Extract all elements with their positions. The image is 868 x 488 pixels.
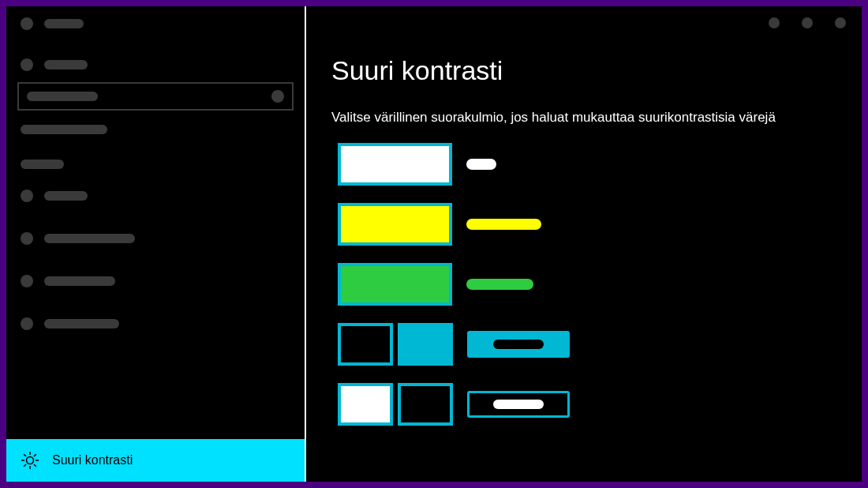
label-placeholder <box>466 159 496 170</box>
sidebar-item[interactable] <box>6 305 305 343</box>
swatch-pair-button <box>338 383 453 426</box>
placeholder <box>44 276 115 286</box>
minimize-button[interactable] <box>769 17 780 28</box>
placeholder <box>493 340 544 349</box>
color-row-hyperlink <box>338 203 836 246</box>
sidebar-item[interactable] <box>6 220 305 257</box>
button-preview <box>467 391 570 418</box>
color-options <box>331 143 836 426</box>
maximize-button[interactable] <box>802 17 813 28</box>
nav-icon <box>21 317 33 330</box>
svg-point-0 <box>27 457 34 464</box>
svg-line-8 <box>34 454 36 456</box>
placeholder <box>44 60 88 69</box>
sidebar-header <box>6 13 305 35</box>
sidebar-group-label <box>6 156 305 177</box>
placeholder <box>21 160 64 169</box>
menu-icon[interactable] <box>21 17 33 30</box>
sidebar-section-header <box>6 122 305 142</box>
svg-line-5 <box>24 454 26 456</box>
brightness-icon <box>21 451 39 470</box>
sidebar-item[interactable] <box>6 262 305 300</box>
label-placeholder <box>466 219 541 230</box>
color-row-button <box>338 383 836 426</box>
page-title: Suuri kontrasti <box>331 55 836 86</box>
swatch-pair-selected <box>338 323 453 366</box>
search-icon <box>271 90 284 103</box>
swatch-selected-fg[interactable] <box>338 323 393 366</box>
placeholder <box>44 19 84 28</box>
nav-icon <box>21 275 33 287</box>
placeholder <box>493 400 544 409</box>
swatch-button-bg[interactable] <box>398 383 453 426</box>
main-content: Suuri kontrasti Valitse värillinen suora… <box>306 6 862 482</box>
sidebar-item[interactable] <box>6 177 305 215</box>
nav-icon <box>21 190 33 202</box>
placeholder <box>21 125 107 134</box>
window-controls <box>769 17 846 28</box>
color-row-disabled <box>338 263 836 306</box>
svg-line-7 <box>24 464 26 467</box>
swatch-selected-bg[interactable] <box>398 323 453 366</box>
avatar <box>21 58 33 71</box>
sidebar-item-label: Suuri kontrasti <box>52 453 133 467</box>
label-placeholder <box>466 279 533 290</box>
swatch-hyperlink[interactable] <box>338 203 452 246</box>
page-subtitle: Valitse värillinen suorakulmio, jos halu… <box>331 110 836 126</box>
placeholder <box>27 92 98 101</box>
selected-preview <box>467 331 570 358</box>
swatch-disabled[interactable] <box>338 263 452 306</box>
placeholder <box>44 319 119 328</box>
sidebar-item-high-contrast[interactable]: Suuri kontrasti <box>6 439 305 482</box>
swatch-text[interactable] <box>338 143 452 186</box>
placeholder <box>44 234 135 243</box>
swatch-button-fg[interactable] <box>338 383 393 426</box>
nav-icon <box>21 232 33 245</box>
settings-window: Suuri kontrasti Suuri kontrasti Valitse … <box>6 6 862 482</box>
sidebar: Suuri kontrasti <box>6 6 306 482</box>
color-row-selected <box>338 323 836 366</box>
search-input[interactable] <box>17 82 294 111</box>
close-button[interactable] <box>835 17 846 28</box>
placeholder <box>44 191 88 201</box>
svg-line-6 <box>34 464 36 467</box>
sidebar-account[interactable] <box>6 54 305 76</box>
color-row-text <box>338 143 836 186</box>
